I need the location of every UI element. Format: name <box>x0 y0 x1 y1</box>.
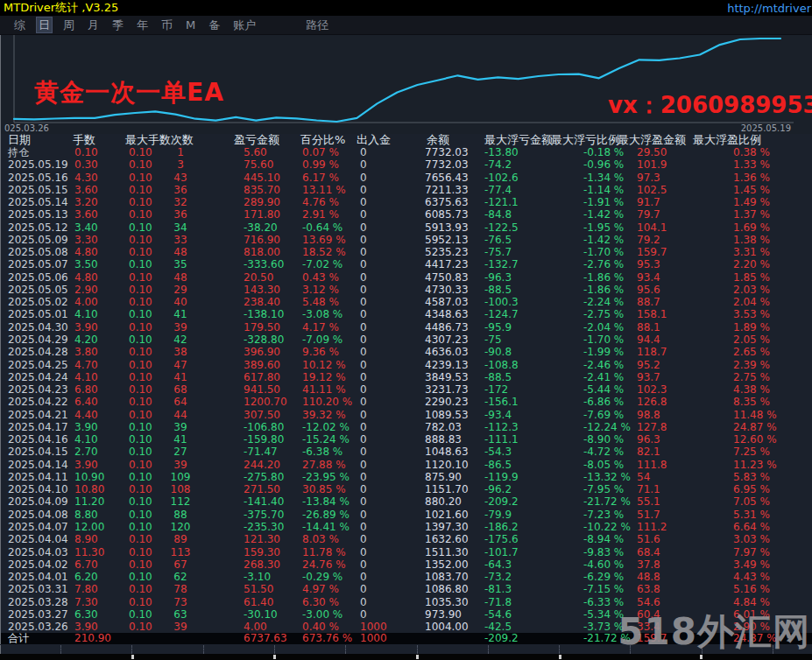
table-row[interactable]: 2025.04.1010.800.10108271.5030.85 %01151… <box>1 483 812 495</box>
cell-2: 10.90 <box>73 471 125 483</box>
cell-10: -6.29 % <box>551 571 618 583</box>
table-row[interactable]: 2025.05.024.000.1040238.405.48 %04587.03… <box>1 296 812 308</box>
menu-item-年[interactable]: 年 <box>135 18 150 32</box>
table-row[interactable]: 2025.04.226.400.10641200.70110.20 %02290… <box>1 396 812 408</box>
cell-10: -4.60 % <box>551 558 618 571</box>
cell-1: 2025.04.11 <box>8 471 73 483</box>
cell-5: -106.80 <box>194 421 299 433</box>
menu-item-综[interactable]: 综 <box>12 18 27 32</box>
menu-item-账户[interactable]: 账户 <box>231 18 258 32</box>
table-row[interactable]: 2025.04.254.700.1047389.6010.12 %04239.1… <box>1 359 812 371</box>
title-bar: MTDriver统计 ,V3.25 http://mtdriver <box>0 0 812 16</box>
cell-6: -7.09 % <box>299 334 355 346</box>
app-url-link[interactable]: http://mtdriver <box>727 2 812 15</box>
cell-8: 1511.30 <box>423 546 484 558</box>
cell-1: 2025.04.21 <box>8 409 73 421</box>
table-row[interactable]: 2025.04.0311.300.10113159.3011.78 %01511… <box>1 546 812 558</box>
table-row[interactable]: 2025.04.0712.000.10120-235.30-14.41 %013… <box>1 521 812 533</box>
table-row[interactable]: 2025.04.303.900.1039179.504.17 %04486.73… <box>1 321 812 334</box>
cell-3: 0.10 <box>125 509 167 521</box>
table-row[interactable]: 2025.04.016.200.1062-3.10-0.29 %01083.70… <box>1 571 812 583</box>
table-row[interactable]: 2025.05.143.200.1032289.904.76 %06375.63… <box>1 196 812 208</box>
cell-12: 4.43 % <box>693 571 812 583</box>
cell-5: -328.80 <box>194 334 299 346</box>
cell-1: 2025.05.16 <box>8 172 73 184</box>
table-row[interactable]: 2025.04.026.700.1067268.3024.76 %01352.0… <box>1 558 812 571</box>
cell-11: 95.2 <box>618 359 693 371</box>
menu-item-备[interactable]: 备 <box>207 18 222 32</box>
cell-1: 2025.03.31 <box>8 583 73 595</box>
col-header-11: 最大浮盈金额 <box>618 134 693 146</box>
cell-4: 120 <box>167 521 194 533</box>
cell-4: 38 <box>167 346 194 358</box>
table-row[interactable]: 2025.04.214.400.1044307.5039.32 %01089.5… <box>1 409 812 421</box>
cell-8: 7211.33 <box>423 184 484 196</box>
cell-3: 0.10 <box>125 483 167 495</box>
table-row[interactable]: 2025.04.294.200.1042-328.80-7.09 %04307.… <box>1 334 812 346</box>
menu-bar: 综日周月季年币M备账户路径 <box>0 16 812 35</box>
cell-12: 1.38 % <box>693 234 812 246</box>
table-row[interactable]: 2025.05.133.600.1036171.802.91 %06085.73… <box>1 208 812 221</box>
table-row[interactable]: 2025.05.014.100.1041-138.10-3.08 %04348.… <box>1 308 812 320</box>
menu-item-路径[interactable]: 路径 <box>304 18 330 32</box>
cell-8: 4730.33 <box>423 284 484 296</box>
table-row[interactable]: 2025.05.190.300.10375.600.99 %07732.03-7… <box>1 158 812 171</box>
open-position-row[interactable]: 持仓0.100.1015.600.07 %07732.03-13.80-0.18… <box>1 146 812 158</box>
cell-4: 40 <box>167 296 194 308</box>
cell-5: -141.40 <box>194 495 299 508</box>
cell-7: 0 <box>355 146 423 158</box>
cell-2: 7.80 <box>73 583 125 595</box>
cell-5: 1200.70 <box>194 396 299 408</box>
table-row[interactable]: 2025.05.093.300.1033716.9013.69 %05952.1… <box>1 234 812 246</box>
cell-10: -1.95 % <box>551 221 618 234</box>
table-row[interactable]: 2025.04.173.900.1039-106.80-12.02 %0782.… <box>1 421 812 433</box>
cell-10: -8.05 % <box>551 459 618 471</box>
cell-4: 39 <box>167 321 194 334</box>
cell-7: 0 <box>355 271 423 284</box>
cell-8: 1035.30 <box>423 596 484 608</box>
table-row[interactable]: 2025.04.244.100.1041617.8019.12 %03849.5… <box>1 371 812 383</box>
cell-1: 2025.04.25 <box>8 359 73 371</box>
cell-8: 4348.63 <box>423 308 484 320</box>
table-row[interactable]: 2025.04.236.800.1068941.5041.11 %03231.7… <box>1 383 812 396</box>
statusbar-separator <box>559 655 561 659</box>
table-row[interactable]: 2025.03.287.300.107361.406.30 %01035.30-… <box>1 596 812 608</box>
table-row[interactable]: 2025.05.084.800.1048818.0018.52 %05235.2… <box>1 246 812 258</box>
table-row[interactable]: 2025.05.164.300.1043445.106.17 %07656.43… <box>1 172 812 184</box>
cell-8: 888.83 <box>423 433 484 446</box>
cell-2: 2.90 <box>73 284 125 296</box>
wechat-annotation: vx：2060989953 <box>608 90 812 121</box>
cell-3: 0.10 <box>125 284 167 296</box>
table-row[interactable]: 2025.05.153.600.1036835.7013.11 %07211.3… <box>1 184 812 196</box>
cell-7: 0 <box>355 483 423 495</box>
menu-item-季[interactable]: 季 <box>110 18 125 32</box>
menu-item-币[interactable]: 币 <box>159 18 174 32</box>
menu-item-周[interactable]: 周 <box>61 18 76 32</box>
cell-3: 0.10 <box>125 433 167 446</box>
table-row[interactable]: 2025.04.283.800.1038396.909.36 %04636.03… <box>1 346 812 358</box>
table-row[interactable]: 2025.04.143.900.1039244.2027.88 %01120.1… <box>1 459 812 471</box>
table-row[interactable]: 2025.04.048.900.1089121.308.03 %01632.60… <box>1 533 812 545</box>
cell-2: 2.70 <box>73 446 125 458</box>
table-row[interactable]: 2025.05.064.800.104820.500.43 %04750.83-… <box>1 271 812 284</box>
table-row[interactable]: 2025.05.073.500.1035-333.60-7.02 %04417.… <box>1 258 812 270</box>
table-row[interactable]: 2025.05.123.400.1034-38.20-0.64 %05913.9… <box>1 221 812 234</box>
table-row[interactable]: 2025.04.1110.900.10109-275.80-23.95 %087… <box>1 471 812 483</box>
cell-4: 41 <box>167 433 194 446</box>
cell-6: 6.17 % <box>299 172 355 184</box>
cell-7: 0 <box>355 596 423 608</box>
table-row[interactable]: 2025.04.0911.200.10112-141.40-13.84 %088… <box>1 495 812 508</box>
menu-item-日[interactable]: 日 <box>37 18 52 32</box>
cell-11: 159.7 <box>618 246 693 258</box>
table-row[interactable]: 2025.04.164.100.1041-159.80-15.24 %0888.… <box>1 433 812 446</box>
cell-11: 71.1 <box>618 483 693 495</box>
table-row[interactable]: 2025.04.152.700.1027-71.47-6.38 %01048.6… <box>1 446 812 458</box>
column-divider-dash <box>488 645 489 654</box>
menu-item-M[interactable]: M <box>184 18 197 32</box>
table-row[interactable]: 2025.04.088.800.1088-375.70-26.89 %01021… <box>1 509 812 521</box>
table-row[interactable]: 2025.03.317.800.107851.504.97 %01086.80-… <box>1 583 812 595</box>
cell-7: 0 <box>355 334 423 346</box>
menu-item-月[interactable]: 月 <box>86 18 101 32</box>
cell-4: 41 <box>167 308 194 320</box>
table-row[interactable]: 2025.05.052.900.1029143.303.12 %04730.33… <box>1 284 812 296</box>
